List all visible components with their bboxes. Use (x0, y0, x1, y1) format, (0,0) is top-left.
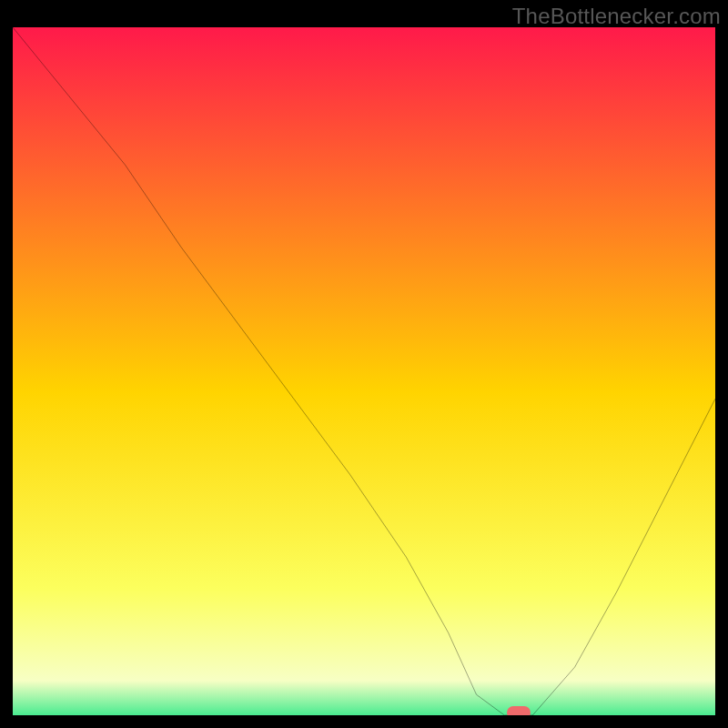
watermark-text: TheBottlenecker.com (512, 4, 721, 29)
plot-area (13, 27, 715, 715)
optimal-marker (507, 706, 531, 715)
chart-frame: TheBottlenecker.com (0, 0, 728, 728)
curve-line (13, 27, 715, 715)
